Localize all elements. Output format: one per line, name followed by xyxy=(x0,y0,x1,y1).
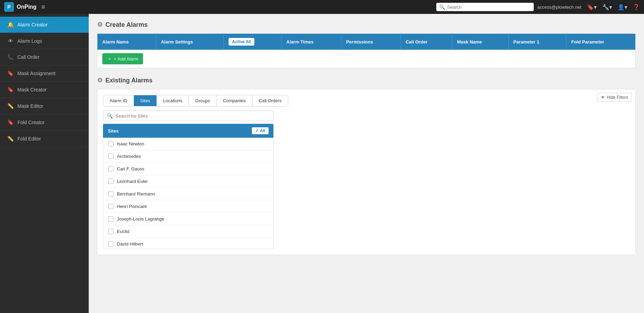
user-email: access@plowtech.net xyxy=(537,5,581,10)
sidebar-label-mask-assignment: Mask Assignment xyxy=(17,71,56,76)
site-checkbox[interactable] xyxy=(108,229,113,234)
list-item[interactable]: Bernhard Riemann xyxy=(103,188,273,200)
existing-alarms-section: ⚙ Existing Alarms 👁 Hide Filters Alarm I… xyxy=(97,77,636,255)
main-content: ⚙ Create Alarms Alarm Name Alarm Setting… xyxy=(89,14,644,313)
hamburger-icon[interactable]: ≡ xyxy=(41,3,45,11)
sites-filter-box: 🔍 Sites ✓ All Isaac NewtonArchimedesCarl… xyxy=(103,111,273,249)
col-alarm-times: Alarm Times xyxy=(281,34,341,50)
site-checkbox[interactable] xyxy=(108,216,113,222)
brand: P OnPing xyxy=(4,2,37,12)
layout: 🔔Alarm Creator👁Alarm Logs📞Call Order🔖Mas… xyxy=(0,14,644,313)
site-checkbox[interactable] xyxy=(108,179,113,184)
sites-header-label: Sites xyxy=(108,128,119,134)
fold-creator-icon: 🔖 xyxy=(7,119,14,126)
hide-filters-button[interactable]: 👁 Hide Filters xyxy=(597,93,632,102)
mask-editor-icon: ✏️ xyxy=(7,103,14,109)
list-item[interactable]: Isaac Newton xyxy=(103,138,273,150)
filter-tabs: Alarm IDSitesLocationsGroupsCompaniesCal… xyxy=(103,95,288,106)
app-logo: P xyxy=(4,2,14,12)
sidebar-label-fold-creator: Fold Creator xyxy=(17,120,45,125)
filter-tab-groups[interactable]: Groups xyxy=(189,95,217,106)
sidebar-label-mask-editor: Mask Editor xyxy=(17,103,43,109)
filter-tab-alarm-id[interactable]: Alarm ID xyxy=(103,95,134,106)
site-name: Isaac Newton xyxy=(117,141,144,146)
filter-tab-call-orders[interactable]: Call Orders xyxy=(253,95,288,106)
table-header-row: Alarm Name Alarm Settings Active All Ala… xyxy=(97,34,636,50)
create-alarms-title: Create Alarms xyxy=(105,21,148,29)
site-name: Euclid xyxy=(117,229,129,234)
col-alarm-name: Alarm Name xyxy=(97,34,156,50)
sidebar-item-mask-editor[interactable]: ✏️Mask Editor xyxy=(0,98,89,114)
search-box: 🔍 xyxy=(436,3,534,11)
list-item[interactable]: Joseph-Louis Lagrange xyxy=(103,213,273,225)
all-button[interactable]: ✓ All xyxy=(252,127,269,134)
search-input[interactable] xyxy=(447,5,531,10)
sidebar-item-fold-creator[interactable]: 🔖Fold Creator xyxy=(0,114,89,131)
bookmark-icon[interactable]: 🔖▾ xyxy=(587,4,597,10)
existing-alarms-header: ⚙ Existing Alarms xyxy=(97,77,636,84)
existing-alarms-gear-icon: ⚙ xyxy=(97,77,103,84)
create-alarms-header: ⚙ Create Alarms xyxy=(97,21,636,29)
user-area: access@plowtech.net 🔖▾ 🔧▾ 👤▾ ❓ xyxy=(537,4,640,10)
sidebar-item-fold-editor[interactable]: ✏️Fold Editor xyxy=(0,131,89,147)
help-icon[interactable]: ❓ xyxy=(633,4,640,10)
site-checkbox[interactable] xyxy=(108,204,113,209)
col-permissions: Permissions xyxy=(341,34,400,50)
sidebar-label-alarm-logs: Alarm Logs xyxy=(17,38,42,44)
site-name: David Hilbert xyxy=(117,241,143,247)
active-all-badge[interactable]: Active All xyxy=(229,38,254,46)
col-fold-parameter: Fold Parameter xyxy=(566,34,635,50)
mask-creator-icon: 🔖 xyxy=(7,87,14,93)
sidebar-item-mask-assignment[interactable]: 🔖Mask Assignment xyxy=(0,65,89,82)
plus-icon: ＋ xyxy=(107,56,112,62)
existing-alarms-title: Existing Alarms xyxy=(105,77,152,84)
sidebar-label-fold-editor: Fold Editor xyxy=(17,136,41,142)
col-parameter-1: Parameter 1 xyxy=(508,34,566,50)
alarm-creator-icon: 🔔 xyxy=(7,22,14,28)
create-alarms-section: ⚙ Create Alarms Alarm Name Alarm Setting… xyxy=(97,21,636,68)
filter-tab-locations[interactable]: Locations xyxy=(157,95,189,106)
list-item[interactable]: Euclid xyxy=(103,225,273,238)
add-alarm-button[interactable]: ＋ + Add Alarm xyxy=(102,53,143,64)
sites-search-row: 🔍 xyxy=(103,111,273,121)
create-alarms-table: Alarm Name Alarm Settings Active All Ala… xyxy=(97,33,636,68)
site-checkbox[interactable] xyxy=(108,166,113,171)
site-checkbox[interactable] xyxy=(108,141,113,146)
col-mask-name: Mask Name xyxy=(452,34,508,50)
list-item[interactable]: David Hilbert xyxy=(103,238,273,249)
alarm-logs-icon: 👁 xyxy=(7,38,14,44)
site-name: Leonhard Euler xyxy=(117,179,148,184)
wrench-icon[interactable]: 🔧▾ xyxy=(602,4,612,10)
sidebar-item-call-order[interactable]: 📞Call Order xyxy=(0,49,89,65)
create-alarms-gear-icon: ⚙ xyxy=(97,21,103,29)
list-item[interactable]: Archimedes xyxy=(103,150,273,163)
navbar: P OnPing ≡ 🔍 access@plowtech.net 🔖▾ 🔧▾ 👤… xyxy=(0,0,644,14)
site-checkbox[interactable] xyxy=(108,154,113,159)
sidebar: 🔔Alarm Creator👁Alarm Logs📞Call Order🔖Mas… xyxy=(0,14,89,313)
site-name: Bernhard Riemann xyxy=(117,191,155,196)
filter-tab-companies[interactable]: Companies xyxy=(217,95,253,106)
fold-editor-icon: ✏️ xyxy=(7,136,14,142)
list-item[interactable]: Leonhard Euler xyxy=(103,175,273,188)
eye-icon: 👁 xyxy=(601,95,605,100)
user-icon[interactable]: 👤▾ xyxy=(618,4,627,10)
sidebar-item-mask-creator[interactable]: 🔖Mask Creator xyxy=(0,82,89,98)
sites-list-header: Sites ✓ All xyxy=(103,124,273,138)
site-name: Archimedes xyxy=(117,154,141,159)
call-order-icon: 📞 xyxy=(7,54,14,60)
sidebar-item-alarm-creator[interactable]: 🔔Alarm Creator xyxy=(0,17,89,33)
site-name: Henri Poincaré xyxy=(117,204,147,209)
site-checkbox[interactable] xyxy=(108,191,113,196)
sites-search-input[interactable] xyxy=(116,113,270,119)
col-call-order: Call Order xyxy=(400,34,452,50)
site-checkbox[interactable] xyxy=(108,241,113,247)
sidebar-label-alarm-creator: Alarm Creator xyxy=(17,22,48,27)
filter-tab-sites[interactable]: Sites xyxy=(134,95,157,106)
list-item[interactable]: Carl F. Gauss xyxy=(103,163,273,175)
site-name: Carl F. Gauss xyxy=(117,166,144,171)
site-name: Joseph-Louis Lagrange xyxy=(117,216,164,222)
list-item[interactable]: Henri Poincaré xyxy=(103,200,273,213)
search-icon: 🔍 xyxy=(439,4,445,10)
col-active-all: Active All xyxy=(224,34,281,50)
sidebar-item-alarm-logs[interactable]: 👁Alarm Logs xyxy=(0,33,89,49)
